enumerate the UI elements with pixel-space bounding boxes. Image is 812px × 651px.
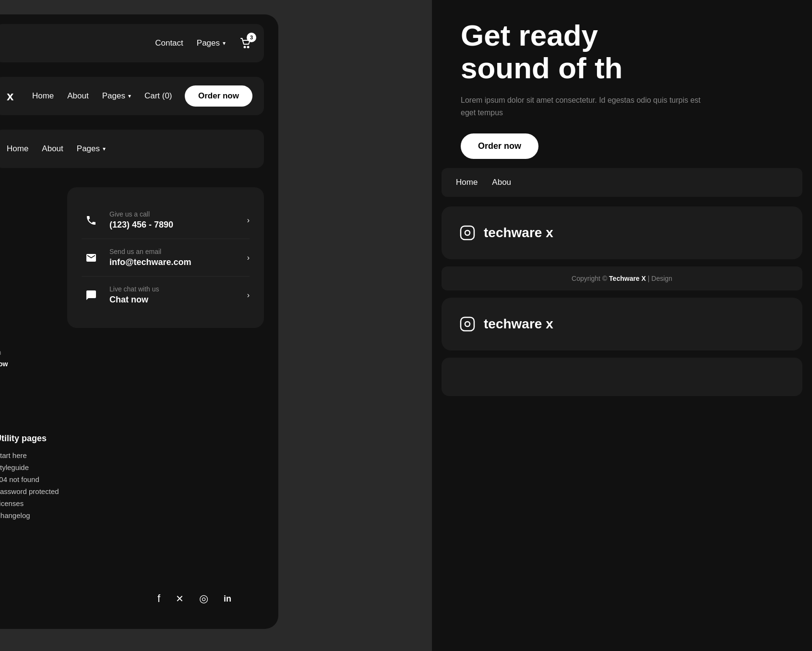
email-value: info@techware.com bbox=[109, 257, 239, 267]
mail-icon bbox=[85, 252, 97, 264]
linkedin-icon[interactable]: in bbox=[224, 594, 231, 604]
svg-point-1 bbox=[248, 47, 249, 48]
svg-point-0 bbox=[244, 47, 246, 48]
nav-contact[interactable]: Contact bbox=[155, 38, 183, 48]
nav-home[interactable]: Home bbox=[32, 91, 54, 101]
nav-cart[interactable]: Cart (0) bbox=[144, 91, 172, 101]
chat-label: Live chat with us bbox=[109, 285, 239, 293]
cart-badge: 3 bbox=[247, 33, 256, 42]
chat-arrow-icon: › bbox=[247, 291, 250, 300]
utility-item-changelog[interactable]: Changelog bbox=[0, 511, 91, 519]
contact-card: Give us a call (123) 456 - 7890 › Send u… bbox=[67, 187, 264, 328]
svg-point-3 bbox=[465, 230, 470, 235]
email-label: Send us an email bbox=[109, 248, 239, 255]
contact-chat-text: Live chat with us Chat now bbox=[109, 285, 239, 305]
partial-left-group: er soon ebflow tes bbox=[0, 337, 8, 379]
partial-er: er bbox=[0, 337, 8, 345]
brand-name-2: techware x bbox=[484, 316, 553, 332]
brand-logo-icon-2 bbox=[459, 315, 476, 333]
left-panel: Contact Pages ▾ 3 x Home About Pages ▾ C… bbox=[0, 14, 278, 629]
chevron-down-icon-3: ▾ bbox=[103, 145, 106, 152]
social-row: f ✕ ◎ in bbox=[125, 592, 264, 605]
svg-rect-2 bbox=[461, 226, 474, 240]
nav-strip-second: x Home About Pages ▾ Cart (0) Order now bbox=[0, 77, 264, 115]
contact-phone-item[interactable]: Give us a call (123) 456 - 7890 › bbox=[82, 202, 250, 239]
right-nav-about[interactable]: Abou bbox=[492, 178, 511, 187]
nav-third-items: Home About Pages ▾ bbox=[7, 144, 252, 154]
utility-item-404[interactable]: 404 not found bbox=[0, 475, 91, 483]
chevron-down-icon: ▾ bbox=[223, 40, 226, 47]
partial-tes: tes bbox=[0, 372, 8, 379]
utility-section: Utility pages Start here Styleguide 404 … bbox=[0, 434, 91, 523]
chevron-down-icon-2: ▾ bbox=[128, 93, 131, 99]
phone-icon bbox=[85, 215, 97, 226]
brand-logo-icon-1 bbox=[459, 224, 476, 241]
chat-icon-wrap bbox=[82, 286, 101, 305]
phone-value: (123) 456 - 7890 bbox=[109, 220, 239, 230]
nav-pages-third[interactable]: Pages ▾ bbox=[77, 144, 106, 154]
contact-email-text: Send us an email info@techware.com bbox=[109, 248, 239, 267]
contact-chat-item[interactable]: Live chat with us Chat now › bbox=[82, 277, 250, 313]
right-nav-strip: Home Abou bbox=[442, 168, 802, 197]
brand-card-2: techware x bbox=[442, 298, 802, 350]
contact-phone-text: Give us a call (123) 456 - 7890 bbox=[109, 210, 239, 230]
logo-x: x bbox=[7, 89, 13, 104]
nav-pages-top[interactable]: Pages ▾ bbox=[197, 38, 226, 48]
order-now-button[interactable]: Order now bbox=[185, 85, 252, 107]
nav-home-third[interactable]: Home bbox=[7, 144, 28, 154]
copyright-text: Copyright © Techware X | Design bbox=[572, 275, 672, 282]
utility-item-password[interactable]: Password protected bbox=[0, 487, 91, 495]
email-arrow-icon: › bbox=[247, 253, 250, 262]
svg-point-5 bbox=[465, 322, 470, 326]
nav-about[interactable]: About bbox=[67, 91, 88, 101]
chat-value: Chat now bbox=[109, 295, 239, 305]
partial-soon: soon bbox=[0, 349, 8, 356]
phone-arrow-icon: › bbox=[247, 216, 250, 225]
nav-strip-third: Home About Pages ▾ bbox=[0, 130, 264, 168]
utility-title: Utility pages bbox=[0, 434, 91, 444]
cart-icon-wrap[interactable]: 3 bbox=[239, 36, 252, 50]
nav-second-left: x bbox=[7, 89, 19, 104]
utility-item-licenses[interactable]: Licenses bbox=[0, 499, 91, 507]
phone-label: Give us a call bbox=[109, 210, 239, 218]
hero-section: Get ready sound of th Lorem ipsum dolor … bbox=[432, 0, 812, 163]
brand-card-1: techware x bbox=[442, 206, 802, 259]
nav-strip-top: Contact Pages ▾ 3 bbox=[0, 24, 264, 62]
hero-title: Get ready sound of th bbox=[461, 19, 783, 84]
nav-second-middle: Home About Pages ▾ Cart (0) bbox=[32, 91, 172, 101]
hero-description: Lorem ipsum dolor sit amet consectetur. … bbox=[461, 94, 701, 119]
utility-item-start[interactable]: Start here bbox=[0, 451, 91, 459]
utility-item-styleguide[interactable]: Styleguide bbox=[0, 463, 91, 471]
copyright-bar: Copyright © Techware X | Design bbox=[442, 266, 802, 290]
phone-icon-wrap bbox=[82, 211, 101, 230]
instagram-icon[interactable]: ◎ bbox=[199, 592, 208, 605]
partial-webflow: ebflow bbox=[0, 360, 8, 368]
right-nav-home[interactable]: Home bbox=[456, 178, 478, 187]
nav-about-third[interactable]: About bbox=[42, 144, 63, 154]
nav-pages-second[interactable]: Pages ▾ bbox=[102, 91, 131, 101]
twitter-icon[interactable]: ✕ bbox=[176, 593, 184, 604]
brand-card-3 bbox=[442, 358, 802, 396]
svg-rect-4 bbox=[461, 317, 474, 331]
hero-order-button[interactable]: Order now bbox=[461, 133, 538, 159]
brand-name-1: techware x bbox=[484, 225, 553, 241]
mail-icon-wrap bbox=[82, 248, 101, 267]
right-panel: Get ready sound of th Lorem ipsum dolor … bbox=[432, 0, 812, 651]
chat-icon bbox=[85, 289, 97, 301]
contact-email-item[interactable]: Send us an email info@techware.com › bbox=[82, 239, 250, 277]
facebook-icon[interactable]: f bbox=[157, 592, 160, 605]
